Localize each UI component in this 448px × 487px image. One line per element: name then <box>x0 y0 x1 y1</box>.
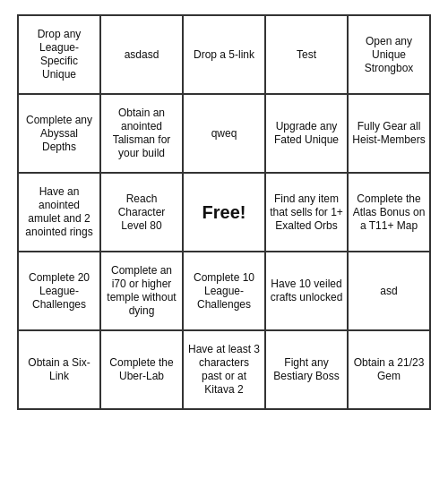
cell-13: Find any item that sells for 1+ Exalted … <box>266 174 349 252</box>
cell-8: Upgrade any Fated Unique <box>266 95 349 174</box>
bingo-title <box>18 0 430 14</box>
cell-18: Have 10 veiled crafts unlocked <box>266 252 349 331</box>
cell-5: Complete any Abyssal Depths <box>19 95 101 174</box>
cell-23: Fight any Bestiary Boss <box>266 331 349 410</box>
cell-22: Have at least 3 characters past or at Ki… <box>184 331 266 410</box>
cell-21: Complete the Uber-Lab <box>101 331 184 410</box>
cell-15: Complete 20 League-Challenges <box>19 252 101 331</box>
cell-3: Test <box>266 16 349 95</box>
cell-7: qweq <box>184 95 266 174</box>
cell-14: Complete the Atlas Bonus on a T11+ Map <box>349 174 431 252</box>
cell-0: Drop any League-Specific Unique <box>19 16 101 95</box>
cell-11: Reach Character Level 80 <box>101 174 184 252</box>
cell-1: asdasd <box>101 16 184 95</box>
cell-17: Complete 10 League-Challenges <box>184 252 266 331</box>
cell-6: Obtain an anointed Talisman for your bui… <box>101 95 184 174</box>
cell-16: Complete an i70 or higher temple without… <box>101 252 184 331</box>
cell-20: Obtain a Six-Link <box>19 331 101 410</box>
cell-2: Drop a 5-link <box>184 16 266 95</box>
cell-9: Fully Gear all Heist-Members <box>349 95 431 174</box>
bingo-grid: Drop any League-Specific UniqueasdasdDro… <box>17 14 431 410</box>
cell-19: asd <box>349 252 431 331</box>
cell-24: Obtain a 21/23 Gem <box>349 331 431 410</box>
cell-4: Open any Unique Strongbox <box>349 16 431 95</box>
cell-12: Free! <box>184 174 266 252</box>
cell-10: Have an anointed amulet and 2 anointed r… <box>19 174 101 252</box>
